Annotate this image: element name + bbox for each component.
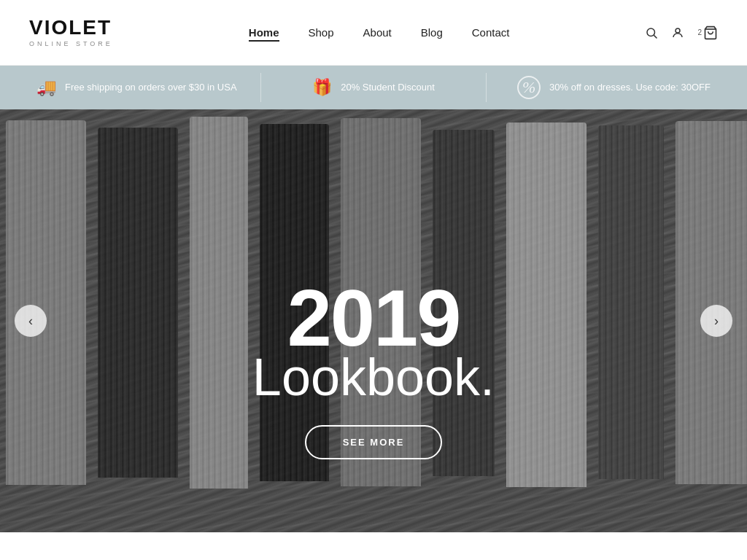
shipping-icon: 🚚 (36, 78, 56, 97)
promo-bar: 🚚 Free shipping on orders over $30 in US… (0, 66, 747, 109)
search-icon (645, 26, 658, 39)
brand-name: VIOLET (29, 18, 113, 38)
chevron-left-icon: ‹ (28, 314, 33, 329)
cart-icon (703, 26, 718, 40)
promo-discount: % 30% off on dresses. Use code: 30OFF (487, 76, 711, 99)
hero-section: ‹ › 2019 Lookbook. SEE MORE (0, 109, 747, 532)
carousel-next-button[interactable]: › (700, 305, 732, 337)
user-icon (671, 26, 684, 39)
search-button[interactable] (645, 26, 658, 39)
logo[interactable]: VIOLET ONLINE STORE (29, 18, 113, 47)
promo-shipping: 🚚 Free shipping on orders over $30 in US… (36, 78, 260, 97)
nav-blog[interactable]: Blog (421, 26, 443, 39)
svg-point-0 (647, 28, 655, 36)
site-header: VIOLET ONLINE STORE Home Shop About Blog… (0, 0, 747, 66)
hero-content: 2019 Lookbook. SEE MORE (155, 278, 592, 459)
brand-subtitle: ONLINE STORE (29, 40, 113, 47)
discount-icon: % (517, 76, 541, 99)
nav-shop[interactable]: Shop (309, 26, 334, 39)
cart-count: 2 (697, 28, 702, 36)
account-button[interactable] (671, 26, 684, 39)
chevron-right-icon: › (714, 314, 719, 329)
see-more-button[interactable]: SEE MORE (305, 425, 443, 459)
svg-point-2 (676, 28, 680, 33)
nav-home[interactable]: Home (249, 26, 279, 39)
svg-line-1 (654, 35, 657, 38)
header-icons: 2 (645, 26, 718, 40)
nav-about[interactable]: About (363, 26, 392, 39)
promo-shipping-text: Free shipping on orders over $30 in USA (65, 81, 237, 94)
carousel-prev-button[interactable]: ‹ (15, 305, 47, 337)
promo-student-text: 20% Student Discount (341, 81, 435, 94)
promo-discount-text: 30% off on dresses. Use code: 30OFF (549, 81, 711, 94)
hero-subtitle: Lookbook. (155, 351, 592, 403)
promo-student: 🎁 20% Student Discount (261, 78, 485, 97)
cart-button[interactable] (703, 26, 718, 40)
cart-wrapper: 2 (697, 26, 718, 40)
nav-contact[interactable]: Contact (472, 26, 510, 39)
hero-year: 2019 (155, 278, 592, 358)
main-nav: Home Shop About Blog Contact (249, 26, 510, 39)
gift-icon: 🎁 (312, 78, 332, 97)
